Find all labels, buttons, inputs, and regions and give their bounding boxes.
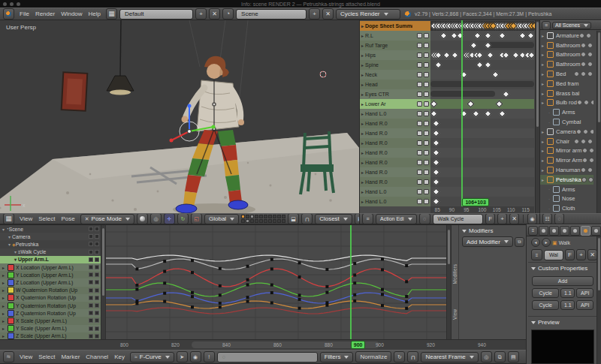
properties-tab-world[interactable] bbox=[570, 226, 580, 236]
viewport-shading-icon[interactable] bbox=[137, 213, 148, 224]
selectability-arrow-icon[interactable] bbox=[589, 158, 593, 163]
mute-icon[interactable] bbox=[89, 288, 93, 293]
lock-icon[interactable] bbox=[424, 150, 429, 155]
dope-channel-row[interactable]: ▸Hand R.0 bbox=[360, 119, 412, 128]
outliner-item-camera[interactable]: ▸Camera bbox=[540, 127, 593, 137]
speaker-icon[interactable] bbox=[417, 72, 422, 77]
scene-icon[interactable]: ◔ bbox=[222, 8, 234, 20]
lock-icon[interactable] bbox=[424, 160, 429, 165]
visibility-eye-icon[interactable] bbox=[574, 71, 579, 77]
speaker-icon[interactable] bbox=[417, 189, 422, 194]
dope-channel-summary[interactable]: ▸Dope Sheet Summary bbox=[360, 21, 412, 31]
speaker-icon[interactable] bbox=[417, 53, 422, 58]
layer-toggle[interactable] bbox=[246, 215, 249, 218]
dope-channel-row[interactable]: ▸Hand R.0 bbox=[360, 177, 412, 187]
dope-sheet-editor[interactable]: ▸Dope Sheet Summary▸R.L▸Ruf Targe▸Hips▸S… bbox=[359, 20, 539, 213]
dope-channel-row[interactable]: ▸R.L bbox=[360, 31, 412, 41]
properties-tab-scene[interactable] bbox=[560, 226, 569, 236]
render-camera-icon[interactable] bbox=[587, 139, 593, 144]
outliner-item-hanuman[interactable]: ▸Hanuman bbox=[540, 165, 593, 175]
graph-channel-fcurve[interactable]: ▸X Scale (Upper Arm.L) bbox=[0, 317, 101, 324]
keyframe-diamond[interactable] bbox=[433, 130, 440, 137]
snap-magnet-icon[interactable]: U bbox=[301, 213, 313, 224]
selectability-arrow-icon[interactable] bbox=[588, 177, 593, 182]
lock-icon[interactable] bbox=[95, 334, 99, 338]
layer-toggle[interactable] bbox=[241, 215, 245, 218]
lock-icon[interactable] bbox=[95, 242, 99, 246]
mute-icon[interactable] bbox=[89, 250, 93, 254]
graph-timeline-row[interactable]: 800820840860880900920940 900 bbox=[0, 339, 526, 350]
keyframe-diamond[interactable] bbox=[496, 101, 503, 108]
lock-icon[interactable] bbox=[95, 318, 99, 323]
dope-channel-row[interactable]: ▸Eyes CTR bbox=[360, 89, 412, 99]
dope-keyframe-track[interactable] bbox=[430, 119, 534, 128]
dope-channel-row[interactable]: ▸Hand L.0 bbox=[360, 187, 412, 197]
window-close-icon[interactable] bbox=[3, 2, 7, 6]
visibility-eye-icon[interactable] bbox=[581, 167, 586, 173]
channel-search-input[interactable]: ◌ bbox=[217, 352, 318, 362]
speaker-icon[interactable] bbox=[417, 131, 422, 136]
dope-keyframe-track[interactable] bbox=[430, 128, 534, 138]
graph-channel-fcurve[interactable]: ▸W Quaternion Rotation (Up bbox=[0, 287, 101, 294]
manipulator-translate-icon[interactable]: ✛ bbox=[164, 213, 175, 224]
copy-keys-icon[interactable]: ⧉ bbox=[494, 351, 506, 362]
outliner-item-bathroom[interactable]: ▸Bathroom bbox=[540, 59, 593, 69]
show-hidden-icon[interactable]: ◉ bbox=[190, 351, 201, 362]
selectability-arrow-icon[interactable] bbox=[587, 43, 593, 48]
speaker-icon[interactable] bbox=[417, 170, 422, 175]
dope-keyframe-track[interactable] bbox=[430, 60, 534, 70]
dope-keyframe-track[interactable] bbox=[430, 50, 534, 60]
dope-channel-row[interactable]: ▸Hand R.0 bbox=[360, 158, 412, 167]
graph-snap-select[interactable]: Nearest Frame bbox=[421, 352, 478, 362]
graph-channel-plain[interactable]: ▾Camera bbox=[0, 233, 101, 240]
dope-channel-row[interactable]: ▸Hand R.0 bbox=[360, 128, 412, 138]
viewport-menu-view[interactable]: View bbox=[17, 215, 35, 222]
graph-playhead[interactable] bbox=[350, 225, 352, 339]
dope-keyframe-track[interactable] bbox=[430, 187, 534, 197]
mute-icon[interactable] bbox=[89, 296, 93, 300]
keyframe-diamond[interactable] bbox=[433, 188, 440, 196]
lock-icon[interactable] bbox=[424, 33, 429, 38]
keyframe-diamond[interactable] bbox=[518, 32, 526, 40]
mute-icon[interactable] bbox=[89, 265, 93, 269]
mute-icon[interactable] bbox=[89, 280, 93, 284]
graph-menu-view[interactable]: View bbox=[17, 353, 35, 360]
dope-keyframe-track[interactable] bbox=[430, 158, 534, 167]
layout-delete-icon[interactable]: ✕ bbox=[209, 8, 220, 20]
keyframe-diamond[interactable] bbox=[491, 71, 499, 79]
mute-icon[interactable] bbox=[89, 311, 93, 315]
graph-menu-select[interactable]: Select bbox=[35, 353, 58, 360]
graph-channel-fcurve[interactable]: ▸Z Quaternion Rotation (Up bbox=[0, 309, 101, 317]
orientation-select[interactable]: Global bbox=[204, 214, 239, 224]
graph-editor-curves[interactable] bbox=[105, 224, 451, 339]
lock-icon[interactable] bbox=[424, 111, 429, 116]
keyframe-diamond[interactable] bbox=[433, 140, 440, 147]
outliner-footer-icon[interactable]: ☷ bbox=[542, 213, 552, 224]
lock-icon[interactable] bbox=[95, 288, 99, 293]
selectability-arrow-icon[interactable] bbox=[584, 100, 589, 105]
selectability-arrow-icon[interactable] bbox=[587, 167, 593, 173]
lock-icon[interactable] bbox=[424, 43, 429, 48]
keyframe-diamond[interactable] bbox=[434, 62, 442, 69]
outliner-item-mirror-arm[interactable]: ▸Mirror arm bbox=[540, 146, 593, 156]
layer-toggle[interactable] bbox=[255, 219, 258, 223]
keyframe-diamond[interactable] bbox=[472, 110, 479, 118]
scene-field[interactable]: Scene bbox=[236, 9, 307, 20]
dope-sheet-playhead[interactable] bbox=[461, 20, 463, 207]
layer-toggle[interactable] bbox=[273, 215, 276, 218]
layer-toggle[interactable] bbox=[241, 219, 245, 223]
dope-channel-row[interactable]: ▸Hand R.0 bbox=[360, 138, 412, 148]
pivot-icon[interactable]: ◎ bbox=[481, 351, 492, 362]
lock-icon[interactable] bbox=[95, 265, 99, 269]
speaker-icon[interactable] bbox=[417, 199, 422, 204]
lock-icon[interactable] bbox=[424, 131, 429, 136]
speaker-icon[interactable] bbox=[417, 160, 422, 165]
manipulator-rotate-icon[interactable]: ↻ bbox=[177, 213, 189, 224]
dope-channel-row[interactable]: ▸Spine bbox=[360, 60, 412, 70]
layer-toggle[interactable] bbox=[250, 219, 254, 223]
keyframe-diamond[interactable] bbox=[499, 32, 506, 40]
lock-icon[interactable] bbox=[424, 101, 429, 107]
screen-layout-icon[interactable]: ▦ bbox=[106, 8, 117, 20]
selectability-arrow-icon[interactable] bbox=[589, 148, 593, 153]
keyframe-diamond[interactable] bbox=[430, 110, 438, 118]
